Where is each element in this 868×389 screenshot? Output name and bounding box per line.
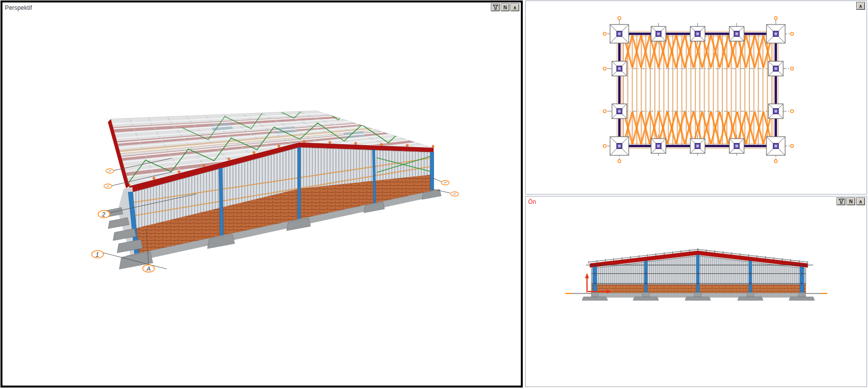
viewport-front-elevation[interactable]: Ön N ∧ — [525, 196, 867, 387]
normal-view-button[interactable]: N — [501, 3, 510, 11]
zoom-view-button[interactable]: ∧ — [856, 197, 865, 205]
viewport-title: Perspektif — [5, 4, 32, 11]
filter-view-button[interactable] — [491, 3, 500, 11]
plan-2d-scene[interactable] — [525, 0, 867, 194]
viewport-plan[interactable]: ∧ — [525, 0, 867, 194]
viewport-controls: N ∧ — [491, 3, 519, 11]
zoom-view-button[interactable]: ∧ — [856, 2, 865, 10]
axis-bubble-label: 2 — [102, 211, 105, 218]
front-elevation-scene[interactable] — [525, 196, 867, 387]
viewport-controls: N ∧ — [837, 197, 865, 205]
axis-bubble-label: A — [146, 266, 151, 272]
filter-view-button[interactable] — [837, 197, 845, 205]
axis-bubble-label: 1 — [96, 251, 99, 258]
zoom-view-button[interactable]: ∧ — [511, 3, 519, 11]
viewport-perspective[interactable]: 21A Perspektif N ∧ — [0, 0, 523, 388]
perspective-3d-scene[interactable]: 21A — [0, 0, 523, 388]
normal-view-button[interactable]: N — [846, 197, 855, 205]
front-elevation-drawing — [565, 248, 827, 300]
funnel-icon — [838, 198, 844, 204]
funnel-icon — [492, 4, 499, 10]
cad-workspace: { "viewports": { "perspective": { "title… — [0, 0, 868, 389]
viewport-controls: ∧ — [856, 2, 865, 10]
viewport-title: Ön — [528, 198, 536, 205]
